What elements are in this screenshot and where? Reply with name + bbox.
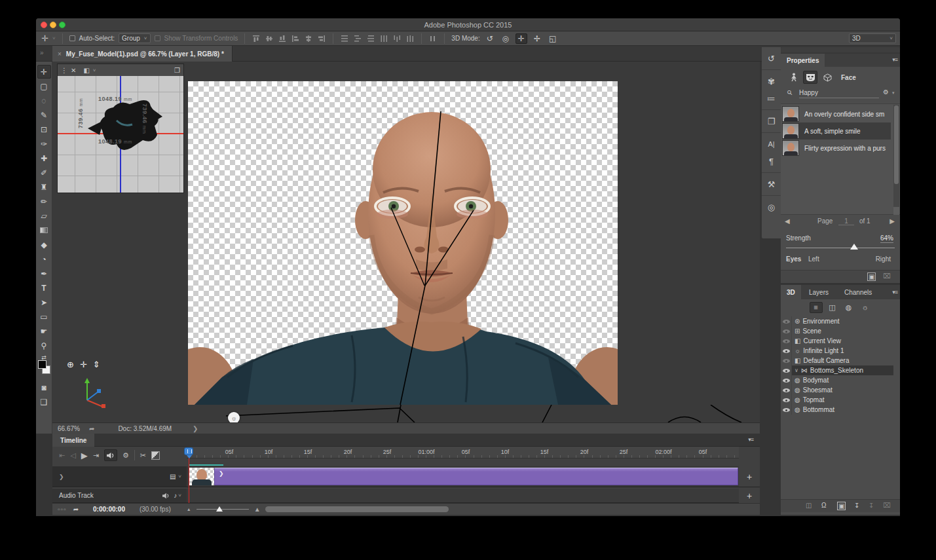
visibility-eye-icon[interactable] (783, 386, 790, 394)
mesh-properties-icon[interactable] (820, 71, 834, 84)
zoom-level-field[interactable]: 66.67% (58, 425, 89, 432)
thumbnail-zoom-slider[interactable] (197, 509, 249, 510)
tab-3d[interactable]: 3D (781, 285, 801, 299)
camera-chevron-icon[interactable]: ˅ (93, 67, 96, 73)
zoom-in-thumbnails-icon[interactable]: ▲ (254, 506, 261, 513)
hand-tool[interactable]: ☛ (37, 324, 51, 338)
scene-item-bodymat[interactable]: ◍Bodymat (781, 375, 893, 385)
orbit-3d-icon[interactable]: ↺ (484, 33, 496, 44)
orbit-camera-icon[interactable]: ⊕ (67, 360, 74, 369)
coordinates-icon[interactable] (786, 71, 800, 84)
flip-icon[interactable]: ➦ (73, 506, 79, 513)
visibility-eye-icon[interactable] (783, 406, 790, 413)
dock-header[interactable] (781, 47, 900, 52)
frame-squares-icon[interactable]: ▫▫▫ (58, 506, 67, 513)
canvas-viewport[interactable]: ☼ ⋮ ✕ ◧ ˅ ❐ 1048.19 mm 1048.19 m (52, 62, 760, 422)
scene-item-environment[interactable]: ⊛Environment (781, 316, 893, 326)
lasso-tool[interactable]: ◌ (37, 94, 51, 107)
pen-tool[interactable]: ✒ (37, 267, 51, 280)
eyedropper-tool[interactable]: ✑ (37, 137, 51, 151)
first-frame-icon[interactable]: ⇤ (59, 451, 65, 460)
filter-meshes-icon[interactable]: ◫ (826, 302, 839, 313)
share-icon[interactable]: ➦ (89, 425, 94, 432)
zoom-slider-thumb[interactable] (216, 506, 223, 512)
3d-axis-widget[interactable] (75, 375, 109, 409)
new-mesh-icon[interactable]: ◫ (806, 502, 812, 509)
tab-channels[interactable]: Channels (838, 285, 878, 299)
play-icon[interactable]: ▶ (81, 451, 88, 460)
roll-3d-icon[interactable]: ◎ (500, 33, 512, 44)
new-light-icon[interactable]: Ω (821, 502, 826, 509)
close-secondary-view-icon[interactable]: ✕ (71, 67, 76, 74)
video-track-header[interactable]: ❯ ▤ ˅ (52, 466, 187, 487)
brush-settings-panel-icon[interactable]: ≔ (762, 90, 781, 107)
pin-icon[interactable]: ↧ (854, 502, 859, 509)
auto-select-checkbox[interactable] (69, 35, 75, 41)
speaker-icon[interactable] (162, 493, 170, 499)
history-brush-tool[interactable]: ✏ (37, 195, 51, 208)
shape-tool[interactable]: ▭ (37, 310, 51, 324)
brushes-panel-icon[interactable]: ✾ (762, 73, 781, 90)
strength-value[interactable]: 64% (880, 234, 893, 243)
scene-item-bottoms-skeleton[interactable]: ∨⋈Bottoms_Skeleton (781, 365, 893, 375)
tab-timeline[interactable]: Timeline (52, 434, 94, 447)
scene-item-infinite-light[interactable]: ☼Infinite Light 1 (781, 346, 893, 356)
pin-dim-icon[interactable]: ↧ (869, 502, 874, 509)
align-top-icon[interactable] (252, 34, 261, 43)
swap-view-icon[interactable]: ❐ (174, 67, 180, 74)
timeline-scrollbar[interactable] (265, 506, 449, 512)
secondary-view-canvas[interactable]: 1048.19 mm 1048.19 mm 739.46 mm 739.46 m… (58, 76, 183, 193)
render-icon[interactable]: ▣ (837, 502, 846, 510)
panel-menu-icon[interactable]: ▾≡ (892, 56, 897, 63)
trash-icon[interactable]: ⌧ (883, 502, 891, 509)
expand-caret-icon[interactable]: ∨ (795, 367, 798, 373)
track-chevron-icon[interactable]: ˅ (178, 474, 181, 479)
align-horizontal-center-icon[interactable] (304, 34, 313, 43)
slide-3d-icon[interactable]: ✢ (531, 33, 543, 44)
filter-scene-icon[interactable]: ≡ (810, 302, 823, 313)
drag-3d-icon[interactable]: ✛ (515, 33, 527, 44)
quick-selection-tool[interactable]: ✎ (37, 108, 51, 122)
music-note-icon[interactable]: ♪ (174, 492, 177, 499)
infinite-light-widget[interactable]: ☼ (228, 412, 240, 422)
quick-mask-icon[interactable]: ◙ (37, 381, 51, 394)
add-video-media-button[interactable]: + (747, 472, 752, 482)
timeline-settings-gear-icon[interactable]: ⚙ (122, 451, 129, 460)
filmstrip-icon[interactable]: ▤ (170, 473, 176, 480)
distribute-top-icon[interactable] (340, 34, 349, 43)
path-selection-tool[interactable]: ➤ (37, 295, 51, 309)
split-clip-scissors-icon[interactable]: ✂ (140, 451, 146, 460)
scrollbar-track[interactable] (893, 105, 899, 215)
scene-item-default-camera[interactable]: ◧Default Camera (781, 356, 893, 365)
visibility-eye-icon[interactable] (783, 377, 790, 384)
marquee-tool[interactable]: ▢ (37, 79, 51, 93)
move-tool-options-icon[interactable]: ✛ (41, 33, 48, 43)
scrollbar-thumb[interactable] (894, 105, 899, 184)
search-input[interactable]: Happy (799, 89, 818, 96)
align-left-icon[interactable] (291, 34, 300, 43)
dolly-camera-icon[interactable]: ⇕ (93, 360, 100, 369)
audio-chevron-icon[interactable]: ˅ (178, 493, 181, 498)
next-frame-icon[interactable]: ⇥ (93, 451, 99, 460)
character-panel-icon[interactable]: A| (762, 136, 781, 153)
gear-chevron-icon[interactable]: ▾ (892, 90, 895, 96)
scene-item-shoesmat[interactable]: ◍Shoesmat (781, 385, 893, 395)
scene-item-bottommat[interactable]: ◍Bottommat (781, 405, 893, 415)
3d-head-render[interactable] (188, 81, 618, 405)
scene-item-current-view[interactable]: ◧Current View (781, 336, 893, 346)
zoom-tool[interactable]: ⚲ (37, 339, 51, 352)
libraries-panel-icon[interactable]: ◎ (762, 198, 781, 215)
expression-item-selected[interactable]: A soft, simple smile (782, 122, 891, 140)
export-icon[interactable]: ▣ (867, 272, 876, 281)
toolbar-expand-icon[interactable]: » (40, 49, 44, 56)
visibility-eye-icon[interactable] (783, 367, 790, 374)
timeline-menu-icon[interactable]: ▾≡ (748, 436, 753, 443)
scale-3d-icon[interactable]: ◱ (547, 33, 559, 44)
brush-tool[interactable]: ✐ (37, 166, 51, 179)
strength-slider-thumb[interactable] (850, 244, 858, 250)
screen-mode-icon[interactable]: ❑ (37, 395, 51, 409)
align-right-icon[interactable] (317, 34, 326, 43)
clone-stamp-tool[interactable]: ♜ (37, 180, 51, 194)
add-audio-media-button[interactable]: + (747, 491, 752, 501)
expression-item[interactable]: An overly confident side sm (782, 105, 891, 122)
